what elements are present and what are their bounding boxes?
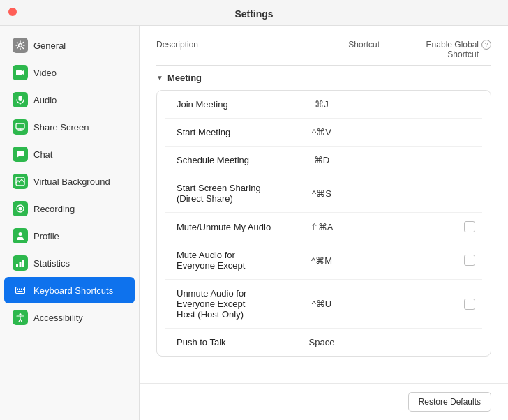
sidebar-item-general[interactable]: General [4, 32, 135, 59]
sidebar-label-profile: Profile [33, 231, 59, 241]
chevron-icon: ▼ [156, 74, 163, 82]
col-enable-global: Enable Global Shortcut ? [380, 40, 491, 59]
table-row: Mute/Unmute My Audio⇧⌘A [165, 213, 482, 241]
section-header-meeting[interactable]: ▼ Meeting [156, 66, 491, 87]
title-bar: Settings [0, 0, 508, 25]
shortcut-desc-push-to-talk: Push to Talk [165, 337, 273, 347]
shortcut-checkbox-wrap-unmute-audio-everyone [371, 299, 482, 310]
sidebar-label-recording: Recording [33, 204, 75, 214]
enable-global-checkbox-mute-unmute[interactable] [464, 221, 475, 232]
table-row: Unmute Audio for Everyone Except Host (H… [165, 280, 482, 329]
sidebar-label-virtual-background: Virtual Background [33, 177, 110, 187]
shortcut-key-join-meeting: ⌘J [273, 99, 371, 110]
svg-rect-18 [23, 289, 24, 290]
svg-rect-4 [16, 123, 24, 129]
svg-point-9 [19, 207, 22, 211]
sidebar-item-statistics[interactable]: Statistics [4, 250, 135, 276]
svg-rect-2 [19, 96, 22, 101]
share-screen-icon [13, 119, 28, 135]
enable-global-checkbox-unmute-audio-everyone[interactable] [464, 299, 475, 310]
main-container: GeneralVideoAudioShare ScreenChatVirtual… [0, 25, 508, 420]
traffic-lights [8, 6, 17, 19]
svg-point-20 [20, 313, 22, 315]
sidebar-label-general: General [33, 40, 66, 51]
table-row: Join Meeting⌘J [165, 91, 482, 119]
table-header: Description Shortcut Enable Global Short… [156, 40, 491, 66]
svg-rect-17 [21, 289, 22, 290]
table-row: Schedule Meeting⌘D [165, 147, 482, 174]
accessibility-icon [13, 310, 28, 325]
shortcut-desc-join-meeting: Join Meeting [165, 99, 273, 110]
shortcut-key-start-meeting: ^⌘V [273, 127, 371, 137]
svg-point-10 [19, 232, 22, 236]
svg-rect-19 [18, 291, 23, 292]
section-label: Meeting [167, 73, 202, 83]
general-icon [13, 38, 28, 53]
keyboard-shortcuts-icon [13, 283, 28, 298]
sidebar-item-share-screen[interactable]: Share Screen [4, 114, 135, 140]
audio-icon [13, 92, 28, 107]
virtual-background-icon [13, 174, 28, 189]
shortcut-key-unmute-audio-everyone: ^⌘U [273, 299, 371, 309]
sidebar-item-recording[interactable]: Recording [4, 195, 135, 222]
statistics-icon [13, 255, 28, 271]
shortcut-key-mute-audio-everyone: ^⌘M [273, 255, 371, 266]
shortcuts-table: Join Meeting⌘JStart Meeting^⌘VSchedule M… [156, 90, 491, 357]
shortcut-key-schedule-meeting: ⌘D [273, 155, 371, 165]
shortcut-desc-unmute-audio-everyone: Unmute Audio for Everyone Except Host (H… [165, 288, 273, 320]
sidebar-item-chat[interactable]: Chat [4, 141, 135, 167]
sidebar-label-share-screen: Share Screen [33, 122, 89, 133]
shortcut-key-push-to-talk: Space [273, 337, 371, 347]
svg-rect-12 [20, 262, 22, 267]
shortcut-key-mute-unmute: ⇧⌘A [273, 222, 371, 232]
sidebar-label-statistics: Statistics [33, 258, 70, 269]
footer-bar: Restore Defaults [140, 383, 508, 420]
table-row: Start Screen Sharing (Direct Share)^⌘S [165, 174, 482, 213]
svg-rect-13 [22, 260, 24, 267]
shortcut-desc-mute-audio-everyone: Mute Audio for Everyone Except [165, 250, 273, 271]
shortcut-desc-schedule-meeting: Schedule Meeting [165, 155, 273, 165]
video-icon [13, 65, 28, 80]
table-row: Push to TalkSpace [165, 329, 482, 356]
close-button[interactable] [8, 8, 17, 16]
restore-defaults-button[interactable]: Restore Defaults [408, 392, 491, 412]
svg-rect-1 [16, 70, 22, 75]
shortcut-checkbox-wrap-mute-audio-everyone [371, 255, 482, 266]
profile-icon [13, 228, 28, 243]
table-row: Start Meeting^⌘V [165, 119, 482, 147]
sidebar-item-audio[interactable]: Audio [4, 87, 135, 113]
sidebar-label-keyboard-shortcuts: Keyboard Shortcuts [33, 285, 113, 296]
shortcut-desc-start-screen-sharing: Start Screen Sharing (Direct Share) [165, 183, 273, 204]
content-area: Description Shortcut Enable Global Short… [140, 26, 508, 383]
help-icon[interactable]: ? [481, 40, 491, 50]
sidebar-label-audio: Audio [33, 95, 57, 105]
chat-icon [13, 147, 28, 162]
window-title: Settings [234, 8, 273, 20]
shortcut-key-start-screen-sharing: ^⌘S [273, 188, 371, 199]
svg-rect-14 [16, 287, 25, 294]
enable-global-checkbox-mute-audio-everyone[interactable] [464, 255, 475, 266]
sidebar: GeneralVideoAudioShare ScreenChatVirtual… [0, 26, 140, 420]
col-shortcut: Shortcut [282, 40, 380, 59]
sidebar-item-profile[interactable]: Profile [4, 223, 135, 249]
sidebar-item-keyboard-shortcuts[interactable]: Keyboard Shortcuts [4, 277, 135, 303]
svg-rect-15 [17, 289, 18, 290]
col-description: Description [156, 40, 282, 59]
sidebar-label-chat: Chat [33, 149, 52, 160]
svg-rect-16 [19, 289, 20, 290]
shortcut-desc-mute-unmute: Mute/Unmute My Audio [165, 222, 273, 232]
svg-point-0 [19, 44, 22, 47]
sidebar-item-video[interactable]: Video [4, 59, 135, 86]
recording-icon [13, 201, 28, 216]
sidebar-label-accessibility: Accessibility [33, 313, 83, 323]
shortcut-desc-start-meeting: Start Meeting [165, 127, 273, 137]
sidebar-item-virtual-background[interactable]: Virtual Background [4, 168, 135, 195]
shortcuts-inner: Join Meeting⌘JStart Meeting^⌘VSchedule M… [157, 91, 491, 356]
table-row: Mute Audio for Everyone Except^⌘M [165, 241, 482, 280]
sidebar-label-video: Video [33, 68, 57, 78]
sidebar-item-accessibility[interactable]: Accessibility [4, 304, 135, 331]
svg-rect-11 [16, 264, 18, 267]
shortcut-checkbox-wrap-mute-unmute [371, 221, 482, 232]
